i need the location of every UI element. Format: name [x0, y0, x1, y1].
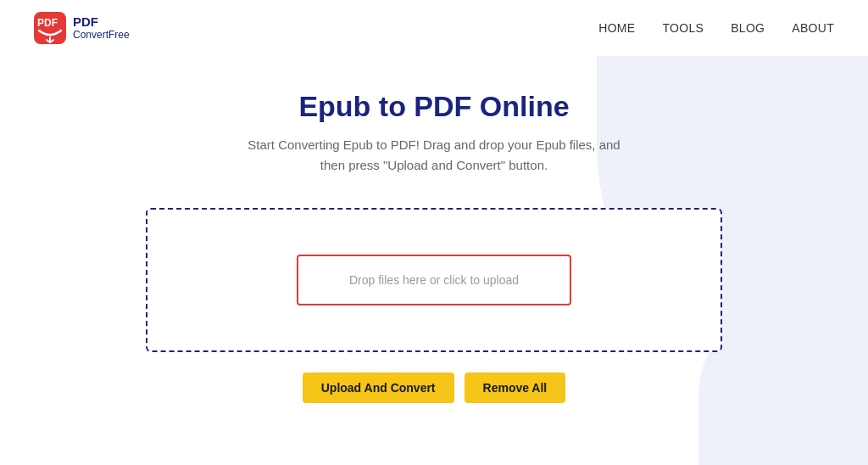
remove-all-button[interactable]: Remove All	[465, 373, 566, 403]
nav-about[interactable]: ABOUT	[792, 21, 834, 35]
upload-convert-button[interactable]: Upload And Convert	[303, 373, 454, 403]
logo[interactable]: PDF PDF ConvertFree	[34, 12, 130, 44]
page-subtitle: Start Converting Epub to PDF! Drag and d…	[239, 135, 629, 176]
main-content: Epub to PDF Online Start Converting Epub…	[0, 56, 868, 403]
navbar: HOME TOOLS BLOG ABOUT	[598, 21, 834, 35]
nav-blog[interactable]: BLOG	[731, 21, 765, 35]
logo-icon: PDF	[34, 12, 66, 44]
logo-text: PDF ConvertFree	[73, 15, 130, 41]
header: PDF PDF ConvertFree HOME TOOLS BLOG ABOU…	[0, 0, 868, 56]
dropzone-label: Drop files here or click to upload	[349, 273, 519, 287]
logo-pdf-label: PDF	[73, 15, 130, 30]
page-title: Epub to PDF Online	[298, 90, 569, 123]
button-row: Upload And Convert Remove All	[303, 373, 566, 403]
dropzone-inner[interactable]: Drop files here or click to upload	[297, 255, 571, 305]
svg-text:PDF: PDF	[37, 17, 58, 29]
nav-tools[interactable]: TOOLS	[662, 21, 704, 35]
dropzone-outer[interactable]: Drop files here or click to upload	[146, 208, 722, 352]
nav-home[interactable]: HOME	[598, 21, 635, 35]
logo-brand-label: ConvertFree	[73, 30, 130, 41]
